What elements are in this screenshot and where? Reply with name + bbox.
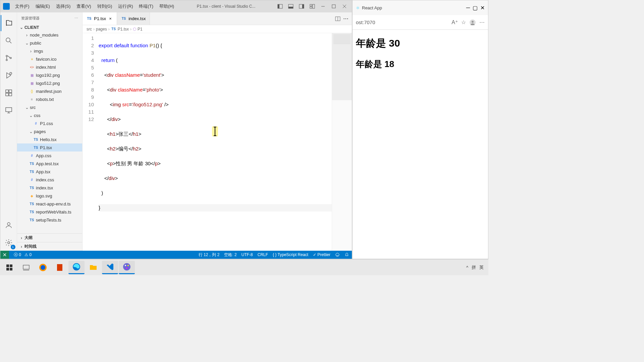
tree-item-robots-txt[interactable]: ≡robots.txt [17, 95, 82, 103]
menu-help[interactable]: 帮助(H) [157, 2, 177, 11]
start-button[interactable] [1, 261, 17, 274]
tree-item-public[interactable]: ⌄public [17, 39, 82, 47]
layout-left-icon[interactable] [275, 3, 285, 10]
close-button[interactable]: ✕ [480, 5, 485, 11]
tab-p1[interactable]: TS P1.tsx × [83, 12, 117, 25]
outline-section[interactable]: › 大纲 [17, 233, 82, 242]
menu-view[interactable]: 查看(V) [74, 2, 94, 11]
browser-tab[interactable]: ⚛ React App [356, 5, 382, 10]
explorer-icon[interactable] [1, 15, 17, 31]
minimize-button[interactable] [318, 3, 328, 10]
tree-item-logo192-png[interactable]: ▦logo192.png [17, 71, 82, 79]
more-icon[interactable]: ⋯ [74, 16, 78, 20]
tree-item-index-html[interactable]: <>index.html [17, 63, 82, 71]
firefox-icon[interactable] [35, 261, 51, 274]
cursor-position[interactable]: 行 12，列 2 [199, 252, 220, 258]
layout-bottom-icon[interactable] [286, 3, 296, 10]
layout-right-icon[interactable] [297, 3, 306, 10]
browser-address-bar[interactable]: ost:7070 A⁺ ☆ ⋯ [353, 15, 488, 30]
maximize-button[interactable] [329, 3, 338, 10]
menu-selection[interactable]: 选择(S) [53, 2, 73, 11]
menu-terminal[interactable]: 终端(T) [136, 2, 156, 11]
ime-lang[interactable]: 英 [479, 264, 484, 270]
close-button[interactable] [340, 3, 349, 10]
menu-run[interactable]: 运行(R) [115, 2, 136, 11]
tree-item-src[interactable]: ⌄src [17, 103, 82, 111]
timeline-section[interactable]: › 时间线 [17, 242, 82, 251]
minimap[interactable] [332, 33, 352, 251]
code-editor[interactable]: 123456789101112 export default function … [83, 33, 352, 251]
task-view-icon[interactable] [18, 261, 34, 274]
prettier-status[interactable]: ✓ Prettier [313, 252, 330, 257]
indentation[interactable]: 空格: 2 [224, 252, 236, 258]
breadcrumb-item[interactable]: P1.tsx [118, 27, 129, 32]
tree-item-App-tsx[interactable]: TSApp.tsx [17, 168, 82, 176]
tree-item-imgs[interactable]: ›imgs [17, 47, 82, 55]
breadcrumb[interactable]: src › pages › TS P1.tsx › ⬡ P1 [83, 25, 352, 33]
reader-icon[interactable]: A⁺ [451, 19, 458, 25]
bell-icon[interactable] [344, 252, 349, 257]
edge-icon[interactable] [68, 261, 85, 274]
project-root[interactable]: ⌄ CLIENT [17, 24, 82, 31]
code-content[interactable]: export default function P1() { return ( … [99, 33, 332, 251]
more-actions-icon[interactable]: ⋯ [343, 15, 348, 22]
eol[interactable]: CRLF [258, 252, 268, 257]
tree-item-logo512-png[interactable]: ▦logo512.png [17, 79, 82, 87]
breadcrumb-item[interactable]: P1 [138, 27, 143, 32]
breadcrumb-item[interactable]: src [87, 27, 92, 32]
favorites-icon[interactable]: ☆ [461, 19, 466, 25]
menu-go[interactable]: 转到(G) [95, 2, 115, 11]
search-icon[interactable] [1, 33, 17, 49]
office-icon[interactable] [52, 261, 68, 274]
ts-file-icon: TS [29, 201, 35, 206]
ime-indicator[interactable]: 拼 [472, 264, 476, 270]
profile-icon[interactable] [469, 19, 476, 26]
tree-item-App-test-tsx[interactable]: TSApp.test.tsx [17, 160, 82, 168]
settings-gear-icon[interactable]: 1 [1, 235, 17, 251]
more-icon[interactable]: ⋯ [479, 19, 485, 25]
tree-item-pages[interactable]: ⌄pages [17, 127, 82, 135]
feedback-icon[interactable] [335, 252, 340, 257]
tray-chevron-icon[interactable]: ^ [466, 265, 468, 270]
tree-item-reportWebVitals-ts[interactable]: TSreportWebVitals.ts [17, 208, 82, 216]
tree-item-node_modules[interactable]: ›node_modules [17, 31, 82, 39]
account-icon[interactable] [1, 217, 17, 233]
source-control-icon[interactable] [1, 50, 17, 66]
tree-item-logo-svg[interactable]: ◆logo.svg [17, 192, 82, 200]
menu-edit[interactable]: 编辑(E) [33, 2, 53, 11]
menu-file[interactable]: 文件(F) [12, 2, 32, 11]
tree-item-Hello-tsx[interactable]: TSHello.tsx [17, 135, 82, 143]
breadcrumb-item[interactable]: pages [96, 27, 107, 32]
file-label: reportWebVitals.ts [36, 209, 71, 215]
warnings-indicator[interactable]: ⚠ 0 [24, 252, 32, 257]
ts-icon: TS [121, 16, 126, 21]
errors-indicator[interactable]: ⓧ 0 [14, 252, 21, 258]
maximize-button[interactable]: ▢ [473, 5, 478, 11]
minimize-button[interactable]: ─ [466, 5, 470, 11]
language-mode[interactable]: { } TypeScript React [273, 252, 308, 257]
tree-item-manifest-json[interactable]: {}manifest.json [17, 87, 82, 95]
tree-item-index-css[interactable]: #index.css [17, 176, 82, 184]
encoding[interactable]: UTF-8 [241, 252, 253, 257]
tree-item-App-css[interactable]: #App.css [17, 152, 82, 160]
remote-explorer-icon[interactable] [1, 102, 17, 118]
tab-index[interactable]: TS index.tsx [117, 12, 150, 25]
run-debug-icon[interactable] [1, 67, 17, 83]
extensions-icon[interactable] [1, 85, 17, 101]
tree-item-css[interactable]: ⌄css [17, 111, 82, 119]
tree-item-setupTests-ts[interactable]: TSsetupTests.ts [17, 216, 82, 224]
close-tab-icon[interactable]: × [108, 16, 113, 21]
layout-custom-icon[interactable] [308, 3, 317, 10]
split-editor-icon[interactable] [335, 16, 340, 21]
tree-item-react-app-env-d-ts[interactable]: TSreact-app-env.d.ts [17, 200, 82, 208]
tree-item-P1-tsx[interactable]: TSP1.tsx [17, 143, 82, 152]
tree-item-index-tsx[interactable]: TSindex.tsx [17, 184, 82, 192]
tree-item-P1-css[interactable]: #P1.css [17, 119, 82, 127]
remote-indicator[interactable] [0, 251, 9, 259]
tree-item-favicon-ico[interactable]: ★favicon.ico [17, 55, 82, 63]
file-label: logo192.png [36, 73, 60, 78]
paint-icon[interactable] [119, 261, 135, 274]
file-tree[interactable]: ›node_modules⌄public›imgs★favicon.ico<>i… [17, 31, 82, 233]
vscode-taskbar-icon[interactable] [102, 261, 118, 274]
file-explorer-icon[interactable] [85, 261, 101, 274]
